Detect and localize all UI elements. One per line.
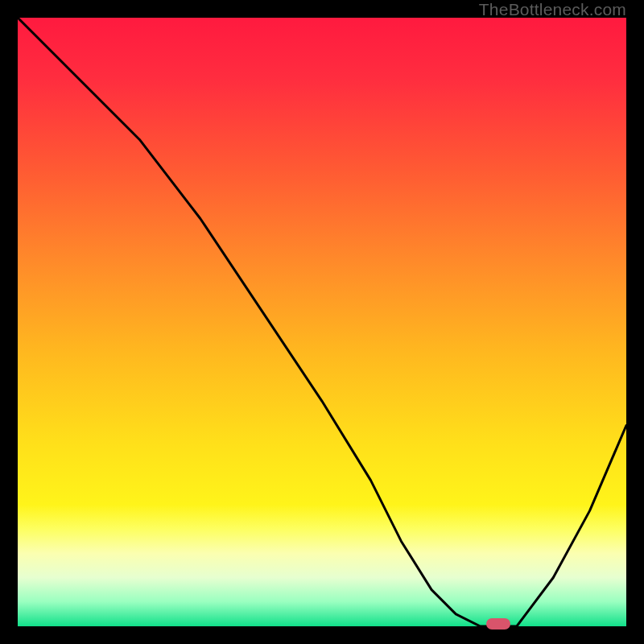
watermark-text: TheBottleneck.com [479, 0, 626, 19]
chart-frame [18, 18, 626, 626]
chart-plot [18, 18, 626, 626]
optimal-marker [486, 618, 510, 630]
